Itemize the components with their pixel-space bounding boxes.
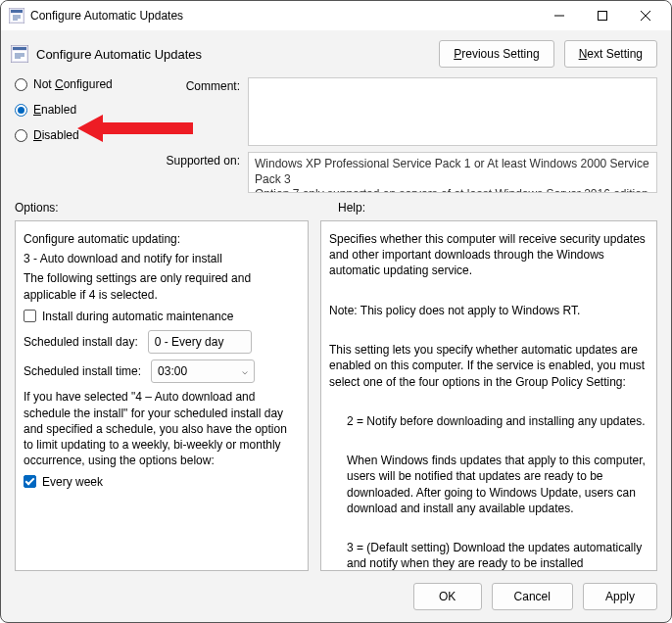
minimize-button[interactable] [538,1,581,30]
footer: OK Cancel Apply [1,571,671,622]
svg-rect-3 [599,12,607,21]
help-panel[interactable]: Specifies whether this computer will rec… [320,220,657,571]
scheduled-day-dropdown[interactable]: 0 - Every day [148,330,252,354]
supported-box: Windows XP Professional Service Pack 1 o… [248,152,657,193]
comment-textarea[interactable] [248,77,657,146]
apply-button[interactable]: Apply [583,583,657,610]
next-setting-button[interactable]: Next Setting [564,40,657,68]
help-text: When Windows finds updates that apply to… [347,453,648,516]
scheduled-time-dropdown[interactable]: 03:00 ⌵ [151,359,255,383]
help-text: Specifies whether this computer will rec… [329,231,648,279]
options-note: The following settings are only required… [24,270,300,302]
scheduled-time-row: Scheduled install time: 03:00 ⌵ [24,359,300,383]
checkbox-icon [24,475,36,488]
close-button[interactable] [624,1,667,30]
maximize-button[interactable] [581,1,624,30]
options-paragraph: If you have selected "4 – Auto download … [24,389,300,468]
radio-icon [15,129,27,142]
radio-disabled[interactable]: Disabled [15,128,162,142]
svg-rect-1 [11,10,23,13]
titlebar: Configure Automatic Updates [1,1,671,30]
scheduled-day-row: Scheduled install day: 0 - Every day [24,330,300,354]
radio-icon [15,104,27,117]
options-mode: 3 - Auto download and notify for install [24,251,300,266]
radio-not-configured[interactable]: Not Configured [15,77,162,91]
install-maintenance-checkbox[interactable]: Install during automatic maintenance [24,309,300,324]
every-week-checkbox[interactable]: Every week [24,474,300,490]
options-title: Configure automatic updating: [24,231,300,247]
help-text: 2 = Notify before downloading and instal… [347,413,648,429]
cancel-button[interactable]: Cancel [492,583,573,610]
header: Configure Automatic Updates Previous Set… [1,30,671,77]
checkbox-icon [24,310,36,322]
help-text: Note: This policy does not apply to Wind… [329,303,648,318]
window-title: Configure Automatic Updates [30,9,538,23]
chevron-down-icon: ⌵ [242,364,248,378]
radio-icon [15,78,27,91]
supported-label: Supported on: [162,152,240,168]
ok-button[interactable]: OK [413,583,482,610]
header-title: Configure Automatic Updates [36,47,429,62]
previous-setting-button[interactable]: Previous Setting [439,40,553,68]
comment-label: Comment: [162,77,240,93]
help-text: This setting lets you specify whether au… [329,342,648,390]
options-panel[interactable]: Configure automatic updating: 3 - Auto d… [15,220,309,571]
app-icon [9,8,24,24]
help-text: 3 = (Default setting) Download the updat… [347,540,648,571]
help-label: Help: [338,201,365,215]
svg-rect-5 [13,47,26,50]
radio-enabled[interactable]: Enabled [15,103,162,117]
policy-icon [11,45,28,63]
options-label: Options: [15,201,338,215]
